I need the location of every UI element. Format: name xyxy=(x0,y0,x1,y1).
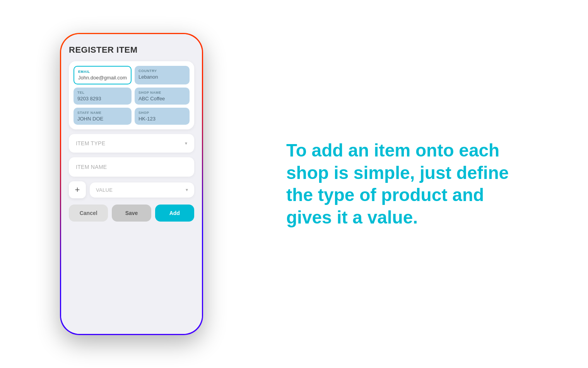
phone-inner: REGISTER ITEM EMAIL John.doe@gmail.com C… xyxy=(61,34,202,334)
phone-frame: REGISTER ITEM EMAIL John.doe@gmail.com C… xyxy=(60,33,203,335)
promo-text: To add an item onto each shop is simple,… xyxy=(286,139,511,229)
email-label: EMAIL xyxy=(78,70,127,74)
item-type-selector[interactable]: ITEM TYPE ▾ xyxy=(69,134,194,153)
item-name-label: ITEM NAME xyxy=(76,164,107,170)
shop-value: HK-123 xyxy=(138,116,186,122)
value-row: + VALUE ▾ xyxy=(69,181,194,198)
item-type-label: ITEM TYPE xyxy=(76,140,105,146)
value-chevron-icon: ▾ xyxy=(186,187,188,193)
country-label: COUNTRY xyxy=(138,69,186,73)
item-name-input[interactable]: ITEM NAME xyxy=(69,157,194,177)
shop-name-label: SHOP NAME xyxy=(138,91,186,95)
phone-screen: REGISTER ITEM EMAIL John.doe@gmail.com C… xyxy=(61,34,202,334)
email-field[interactable]: EMAIL John.doe@gmail.com xyxy=(74,66,132,84)
screen-title: REGISTER ITEM xyxy=(69,45,194,57)
shop-label: SHOP xyxy=(138,111,186,115)
save-button[interactable]: Save xyxy=(112,205,151,222)
staff-name-label: STAFF NAME xyxy=(77,111,128,115)
value-selector[interactable]: VALUE ▾ xyxy=(90,182,194,198)
add-button[interactable]: Add xyxy=(155,205,194,222)
action-buttons: Cancel Save Add xyxy=(69,205,194,222)
plus-button[interactable]: + xyxy=(69,181,86,198)
country-field: COUNTRY Lebanon xyxy=(135,66,190,84)
staff-name-field: STAFF NAME JOHN DOE xyxy=(74,108,132,125)
tel-value: 9203 8293 xyxy=(77,96,128,101)
staff-name-value: JOHN DOE xyxy=(77,116,128,122)
chevron-down-icon: ▾ xyxy=(185,141,187,146)
right-section: To add an item onto each shop is simple,… xyxy=(263,116,588,252)
info-card: EMAIL John.doe@gmail.com COUNTRY Lebanon… xyxy=(69,61,194,129)
tel-field: TEL 9203 8293 xyxy=(74,88,132,105)
left-section: REGISTER ITEM EMAIL John.doe@gmail.com C… xyxy=(0,0,263,368)
country-value: Lebanon xyxy=(138,74,186,80)
cancel-button[interactable]: Cancel xyxy=(69,205,108,222)
shop-field: SHOP HK-123 xyxy=(135,108,190,125)
email-value: John.doe@gmail.com xyxy=(78,75,127,81)
shop-name-value: ABC Coffee xyxy=(138,96,186,101)
value-label: VALUE xyxy=(96,187,113,193)
shop-name-field: SHOP NAME ABC Coffee xyxy=(135,88,190,105)
tel-label: TEL xyxy=(77,91,128,95)
